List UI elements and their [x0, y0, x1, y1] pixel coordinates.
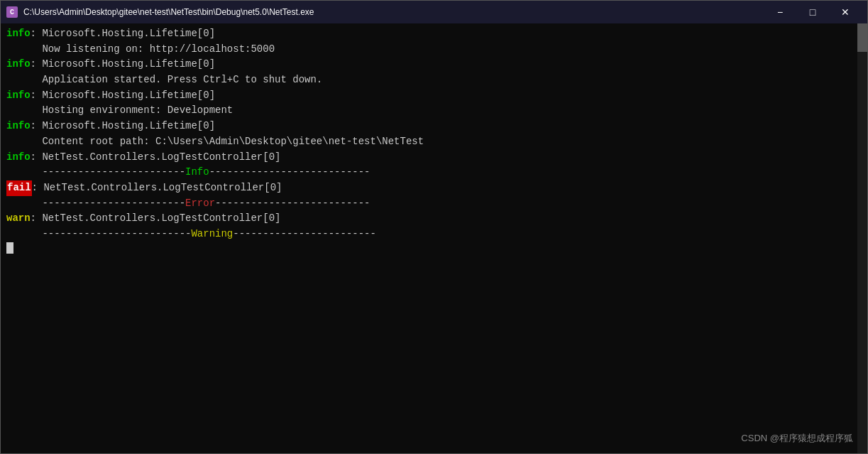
- cursor-line: [6, 242, 850, 254]
- maximize-button[interactable]: □: [796, 1, 829, 23]
- log-line: warn : NetTest.Controllers.LogTestContro…: [6, 211, 850, 227]
- log-prefix-info: info: [6, 26, 31, 42]
- log-prefix-info: info: [6, 88, 31, 104]
- log-line: Content root path: C:\Users\Admin\Deskto…: [6, 134, 850, 150]
- log-line: info : Microsoft.Hosting.Lifetime[0]: [6, 119, 850, 134]
- log-line: info : Microsoft.Hosting.Lifetime[0]: [6, 26, 850, 42]
- log-line: fail : NetTest.Controllers.LogTestContro…: [6, 180, 850, 196]
- cursor-block: [6, 242, 13, 254]
- title-bar: C C:\Users\Admin\Desktop\gitee\net-test\…: [1, 1, 867, 23]
- log-line: Application started. Press Ctrl+C to shu…: [6, 72, 850, 88]
- watermark: CSDN @程序猿想成程序狐: [741, 432, 853, 445]
- console-window: C C:\Users\Admin\Desktop\gitee\net-test\…: [0, 0, 868, 454]
- scrollbar-thumb[interactable]: [857, 23, 867, 52]
- window-controls: − □ ✕: [764, 1, 862, 23]
- log-prefix-warn: warn: [6, 211, 31, 227]
- log-line-separator-info: ------------------------Info------------…: [6, 165, 850, 180]
- log-line: info : Microsoft.Hosting.Lifetime[0]: [6, 57, 850, 72]
- scrollbar[interactable]: [857, 23, 867, 453]
- log-line: info : NetTest.Controllers.LogTestContro…: [6, 150, 850, 166]
- log-line: info : Microsoft.Hosting.Lifetime[0]: [6, 88, 850, 104]
- log-prefix-info: info: [6, 150, 31, 166]
- log-line: Now listening on: http://localhost:5000: [6, 42, 850, 58]
- log-prefix-info: info: [6, 119, 31, 134]
- log-line-separator-error: ------------------------Error-----------…: [6, 196, 850, 212]
- log-line: Hosting environment: Development: [6, 103, 850, 119]
- console-area: info : Microsoft.Hosting.Lifetime[0] Now…: [1, 23, 867, 453]
- log-prefix-info: info: [6, 57, 31, 72]
- app-icon: C: [6, 6, 18, 18]
- log-prefix-fail: fail: [6, 180, 32, 196]
- console-output: info : Microsoft.Hosting.Lifetime[0] Now…: [6, 26, 862, 254]
- window-title: C:\Users\Admin\Desktop\gitee\net-test\Ne…: [23, 7, 764, 17]
- close-button[interactable]: ✕: [829, 1, 862, 23]
- log-line-separator-warn: -------------------------Warning--------…: [6, 227, 850, 242]
- minimize-button[interactable]: −: [764, 1, 796, 23]
